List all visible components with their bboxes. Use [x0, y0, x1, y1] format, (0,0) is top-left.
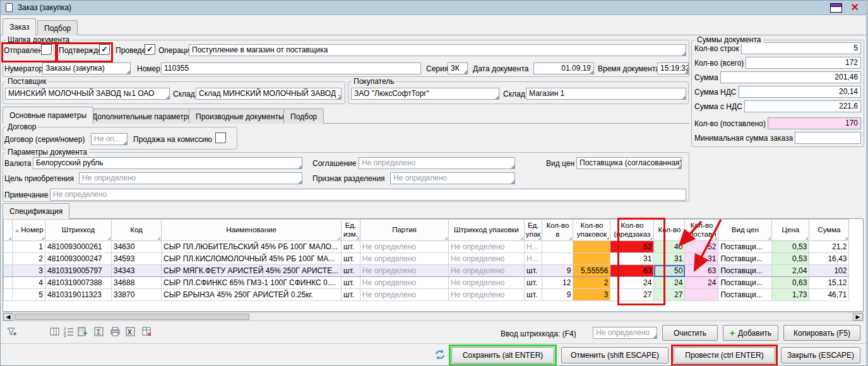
cell-qty[interactable]: 40 [654, 241, 685, 253]
tab-specification[interactable]: Спецификация [3, 203, 69, 219]
cell-unit[interactable]: шт. [342, 253, 360, 265]
cell-num[interactable]: 1 [13, 241, 45, 253]
cell-pack_unit[interactable]: шт. [525, 289, 542, 301]
barcode-entry-field[interactable]: Не определено [593, 327, 657, 339]
cell-barcode[interactable]: 4810093000261 [45, 241, 112, 253]
cell-sel[interactable] [4, 277, 13, 289]
commission-checkbox[interactable] [215, 133, 226, 143]
cell-price[interactable]: 2,04 [772, 265, 809, 277]
tab-extra-params[interactable]: Дополнительные параметры [85, 109, 200, 124]
table-row[interactable]: 5481031901132333870СЫР БРЫНЗА 45% 250Г А… [4, 289, 849, 301]
table-row[interactable]: 4481031900738834688СЫР ПЛ.СФИНКС 65% ГМЗ… [4, 277, 849, 289]
save-button[interactable]: Сохранить (alt ENTER) [451, 347, 554, 363]
cell-price_type[interactable]: Поставщи... [718, 289, 772, 301]
tab-selection2[interactable]: Подбор [283, 109, 324, 124]
cell-num[interactable]: 4 [13, 277, 45, 289]
column-header-sum[interactable]: Сумма [809, 220, 849, 241]
columns-icon[interactable] [49, 326, 61, 338]
cell-qty[interactable]: 27 [654, 289, 685, 301]
cell-sum[interactable]: 15,12 [809, 277, 849, 289]
cell-qty_in[interactable] [542, 241, 573, 253]
column-header-qty_preorder[interactable]: Кол-во (предзаказ [610, 220, 654, 241]
column-header-pack_unit[interactable]: Ед. упак [525, 220, 542, 241]
cancel-button[interactable]: Отменить (shift ESCAPE) [561, 347, 669, 363]
numerator-field[interactable]: Заказы (закупка) [42, 62, 131, 74]
cell-pack_unit[interactable]: Н... [525, 241, 542, 253]
filter-add-icon[interactable] [6, 326, 18, 338]
cell-sel[interactable] [4, 289, 13, 301]
cell-pack_qty[interactable]: 3 [573, 289, 610, 301]
clear-button[interactable]: Очистить [662, 325, 718, 341]
tab-selection[interactable]: Подбор [37, 20, 78, 35]
cell-sel[interactable] [4, 265, 13, 277]
column-header-price_type[interactable]: Вид цен [718, 220, 772, 241]
cell-unit[interactable]: шт. [342, 289, 360, 301]
cell-batch[interactable]: Не определено [360, 265, 449, 277]
cell-batch[interactable]: Не определено [360, 241, 449, 253]
cell-qty_preorder[interactable]: 31 [610, 253, 654, 265]
cell-name[interactable]: СЫР ПЛ.КИСЛОМОЛОЧНЫЙ 45% РБ 100Г МА... [162, 253, 342, 265]
column-header-unit[interactable]: Ед. изм. [342, 220, 360, 241]
column-header-code[interactable]: Код [112, 220, 162, 241]
table-settings-icon[interactable] [141, 326, 153, 338]
cell-qty_delivered[interactable]: 24 [685, 277, 718, 289]
cell-batch[interactable]: Не определено [360, 289, 449, 301]
cell-price[interactable]: 0,53 [772, 241, 809, 253]
cell-qty_delivered[interactable]: 63 [685, 265, 718, 277]
cell-qty[interactable]: 24 [654, 277, 685, 289]
tab-main-params[interactable]: Основные параметры [3, 107, 93, 124]
table-row[interactable]: 3481031900579734343СЫР МЯГК.ФЕТУ АРИСТЕЙ… [4, 265, 849, 277]
cell-pack_barcode[interactable]: Не определено [449, 289, 525, 301]
column-header-batch[interactable]: Партия [360, 220, 449, 241]
cell-pack_unit[interactable]: Н... [525, 253, 542, 265]
cell-qty_delivered[interactable]: 31 [685, 253, 718, 265]
column-header-qty_in[interactable]: Кол-во в [542, 220, 573, 241]
cell-code[interactable]: 34343 [112, 265, 162, 277]
contract-field[interactable]: Не оп... [91, 133, 128, 145]
cell-batch[interactable]: Не определено [360, 277, 449, 289]
number-field[interactable]: 110355 [161, 62, 421, 74]
cell-num[interactable]: 3 [13, 265, 45, 277]
cell-code[interactable]: 33870 [112, 289, 162, 301]
cell-qty_preorder[interactable]: 52 [610, 241, 654, 253]
currency-field[interactable]: Белорусский рубль [33, 157, 302, 169]
cell-batch[interactable]: Не определено [360, 253, 449, 265]
cell-pack_unit[interactable]: шт. [525, 277, 542, 289]
column-header-barcode[interactable]: Штрихкод [45, 220, 112, 241]
agreement-field[interactable]: Не определено [359, 157, 515, 169]
cell-qty_preorder[interactable]: 63 [610, 265, 654, 277]
cell-name[interactable]: СЫР БРЫНЗА 45% 250Г АРИСТЕЙ 0.25кг. [162, 289, 342, 301]
close-button[interactable]: ✕ [851, 1, 859, 14]
sent-checkbox[interactable] [41, 44, 52, 55]
column-header-qty[interactable]: Кол-во [654, 220, 685, 241]
cell-name[interactable]: СЫР ПЛ.СФИНКС 65% ГМЗ-1 100Г СФИНКС 0...… [162, 277, 342, 289]
note-field[interactable]: Не определено [50, 189, 686, 201]
cell-price_type[interactable]: Поставщи... [718, 253, 772, 265]
supplier-warehouse-field[interactable]: Склад МИНСКИЙ МОЛОЧНЫЙ ЗАВОД ... [196, 88, 342, 100]
cell-pack_qty[interactable]: 2 [573, 277, 610, 289]
column-header-num[interactable]: ▲Номер [13, 220, 45, 241]
posted-checkbox[interactable]: ✓ [145, 44, 155, 55]
cell-price_type[interactable]: Поставщи... [718, 265, 772, 277]
cell-pack_barcode[interactable]: Не определено [449, 241, 525, 253]
cell-pack_qty[interactable] [573, 241, 610, 253]
cell-qty_delivered[interactable] [685, 289, 718, 301]
cell-pack_qty[interactable]: 5,55556 [573, 265, 610, 277]
cell-unit[interactable]: шт. [342, 241, 360, 253]
scroll-right-icon[interactable]: ▶ [853, 313, 863, 321]
calculator-add-icon[interactable] [76, 326, 88, 338]
cell-unit[interactable]: шт. [342, 277, 360, 289]
cell-sel[interactable] [4, 241, 13, 253]
sum-amount-field[interactable]: 201,46 [720, 71, 861, 83]
cell-name[interactable]: СЫР ПЛ.ЛЮБИТЕЛЬСКИЙ 45% РБ 100Г МАЛО... [162, 241, 342, 253]
copy-button[interactable]: Копировать (F5) [783, 325, 860, 341]
sum-sigma-icon[interactable]: Σ [93, 326, 105, 338]
column-header-price[interactable]: Цена [772, 220, 809, 241]
sum-vat-field[interactable]: 20,14 [739, 86, 862, 98]
series-field[interactable]: 3К [448, 62, 468, 74]
close-doc-button[interactable]: Закрыть (ESCAPE) [781, 347, 860, 363]
cell-barcode[interactable]: 4810093000247 [45, 253, 112, 265]
cell-pack_unit[interactable]: шт. [525, 265, 542, 277]
cell-qty_in[interactable]: 9 [542, 265, 573, 277]
scroll-left-icon[interactable]: ◀ [3, 313, 13, 321]
